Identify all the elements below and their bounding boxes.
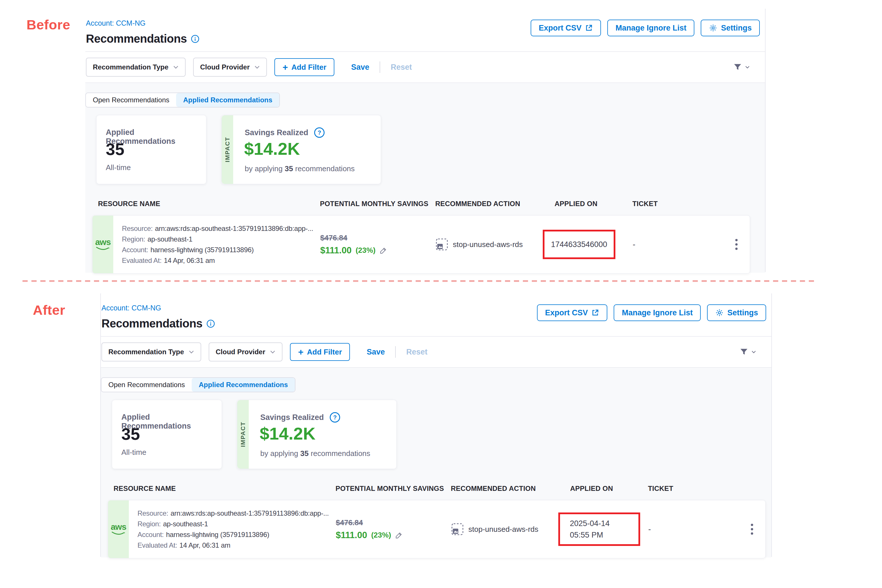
applied-on-highlight-box: 1744633546000 2025-04-14 05:55 PM bbox=[543, 230, 615, 259]
table-header: RESOURCE NAME POTENTIAL MONTHLY SAVINGS … bbox=[92, 200, 749, 208]
page-title: Recommendations bbox=[102, 317, 202, 330]
account-breadcrumb[interactable]: Account: CCM-NG bbox=[86, 19, 146, 27]
question-icon[interactable]: ? bbox=[314, 127, 325, 138]
tab-applied-recommendations[interactable]: Applied Recommendations bbox=[176, 93, 279, 107]
manage-ignore-label: Manage Ignore List bbox=[622, 308, 693, 317]
filter-funnel-button[interactable] bbox=[739, 347, 756, 357]
applied-recommendations-card: Applied Recommendations 35 All-time bbox=[96, 115, 206, 184]
header-resource-name: RESOURCE NAME bbox=[92, 200, 320, 208]
before-label: Before bbox=[27, 17, 70, 33]
header-recommended-action: RECOMMENDED ACTION bbox=[435, 200, 543, 208]
cloud-provider-badge: aws bbox=[93, 216, 113, 273]
ticket-value: - bbox=[633, 240, 635, 249]
impact-strip: IMPACT bbox=[237, 400, 249, 469]
table-header: RESOURCE NAME POTENTIAL MONTHLY SAVINGS … bbox=[108, 484, 765, 493]
savings-amount: $14.2K bbox=[260, 424, 315, 444]
reset-filter-link[interactable]: Reset bbox=[406, 348, 428, 357]
savings-realized-card: IMPACT Savings Realized ? $14.2K by appl… bbox=[237, 400, 397, 469]
info-icon[interactable] bbox=[191, 34, 200, 43]
gear-icon bbox=[715, 308, 724, 317]
manage-ignore-list-button[interactable]: Manage Ignore List bbox=[607, 20, 694, 36]
aws-smile-icon bbox=[95, 246, 110, 251]
reset-filter-link[interactable]: Reset bbox=[390, 63, 412, 72]
after-screenshot: Account: CCM-NG Recommendations Export C… bbox=[100, 293, 772, 557]
before-screenshot: Account: CCM-NG Recommendations Export C… bbox=[86, 9, 765, 272]
applied-on-time: 05:55 PM bbox=[570, 530, 639, 540]
pencil-icon[interactable] bbox=[380, 247, 387, 254]
cloud-provider-badge: aws bbox=[108, 500, 129, 558]
row-kebab-menu-icon[interactable] bbox=[748, 521, 756, 537]
recommendation-action-icon bbox=[451, 523, 464, 536]
chevron-down-icon bbox=[189, 350, 194, 354]
recommended-action-label: stop-unused-aws-rds bbox=[468, 525, 538, 534]
question-icon[interactable]: ? bbox=[329, 412, 341, 423]
settings-label: Settings bbox=[721, 24, 752, 33]
gear-icon bbox=[709, 24, 717, 32]
recommendations-tabs: Open Recommendations Applied Recommendat… bbox=[86, 93, 280, 108]
header-applied-on: APPLIED ON bbox=[543, 200, 632, 208]
add-filter-button[interactable]: + Add Filter bbox=[290, 343, 350, 361]
applied-on-date: 2025-04-14 bbox=[570, 518, 639, 529]
row-kebab-menu-icon[interactable] bbox=[732, 236, 741, 253]
divider bbox=[395, 346, 396, 358]
recommendation-row[interactable]: aws Resource:arn:aws:rds:ap-southeast-1:… bbox=[108, 500, 765, 558]
applied-caption: All-time bbox=[106, 163, 131, 172]
manage-ignore-list-button[interactable]: Manage Ignore List bbox=[614, 304, 701, 321]
recommendation-type-dropdown[interactable]: Recommendation Type bbox=[86, 58, 186, 76]
recommendations-content: Open Recommendations Applied Recommendat… bbox=[101, 368, 771, 558]
aws-logo-icon: aws bbox=[95, 238, 111, 246]
recommendation-type-label: Recommendation Type bbox=[108, 348, 184, 356]
header-resource-name: RESOURCE NAME bbox=[108, 484, 336, 493]
applied-caption: All-time bbox=[122, 448, 146, 457]
export-csv-label: Export CSV bbox=[545, 308, 588, 317]
export-csv-button[interactable]: Export CSV bbox=[537, 304, 608, 321]
save-filter-link[interactable]: Save bbox=[351, 63, 369, 72]
add-filter-label: Add Filter bbox=[291, 63, 326, 72]
pencil-icon[interactable] bbox=[395, 531, 403, 539]
impact-label: IMPACT bbox=[240, 422, 246, 447]
aws-smile-icon bbox=[111, 531, 126, 536]
filter-bar: Recommendation Type Cloud Provider + Add… bbox=[101, 337, 771, 368]
ticket-value: - bbox=[648, 525, 651, 534]
account-breadcrumb[interactable]: Account: CCM-NG bbox=[102, 304, 161, 312]
recommendations-content: Open Recommendations Applied Recommendat… bbox=[86, 83, 765, 273]
cloud-provider-dropdown[interactable]: Cloud Provider bbox=[208, 342, 282, 362]
header-recommended-action: RECOMMENDED ACTION bbox=[451, 484, 558, 493]
filter-funnel-icon bbox=[733, 63, 742, 72]
filter-funnel-button[interactable] bbox=[733, 63, 750, 72]
applied-recommendations-card: Applied Recommendations 35 All-time bbox=[112, 400, 222, 469]
header-ticket: TICKET bbox=[648, 484, 746, 493]
ticket-cell: - bbox=[648, 500, 746, 558]
header-ticket: TICKET bbox=[632, 200, 730, 208]
info-icon[interactable] bbox=[206, 320, 215, 328]
aws-logo-icon: aws bbox=[111, 523, 126, 531]
tab-applied-recommendations[interactable]: Applied Recommendations bbox=[192, 378, 295, 392]
cloud-provider-label: Cloud Provider bbox=[216, 348, 265, 356]
plus-icon: + bbox=[282, 63, 288, 72]
savings-amount: $14.2K bbox=[244, 139, 300, 159]
applied-count: 35 bbox=[122, 424, 140, 444]
header-potential-savings: POTENTIAL MONTHLY SAVINGS bbox=[320, 200, 435, 208]
page-header: Account: CCM-NG Recommendations Export C… bbox=[101, 293, 771, 337]
manage-ignore-label: Manage Ignore List bbox=[615, 24, 686, 33]
filter-funnel-icon bbox=[739, 347, 749, 357]
header-applied-on: APPLIED ON bbox=[558, 484, 648, 493]
save-filter-link[interactable]: Save bbox=[367, 348, 385, 357]
resource-details: Resource:arn:aws:rds:ap-southeast-1:3579… bbox=[138, 500, 329, 558]
export-csv-button[interactable]: Export CSV bbox=[531, 20, 601, 36]
recommendation-type-dropdown[interactable]: Recommendation Type bbox=[102, 342, 201, 362]
settings-button[interactable]: Settings bbox=[701, 20, 760, 36]
add-filter-button[interactable]: + Add Filter bbox=[274, 58, 334, 76]
settings-button[interactable]: Settings bbox=[707, 304, 766, 321]
plus-icon: + bbox=[298, 347, 303, 357]
recommended-action-cell: stop-unused-aws-rds bbox=[451, 500, 558, 558]
savings-value: $111.00 bbox=[336, 530, 367, 540]
tab-open-recommendations[interactable]: Open Recommendations bbox=[102, 378, 192, 392]
recommendation-row[interactable]: aws Resource:arn:aws:rds:ap-southeast-1:… bbox=[92, 215, 750, 273]
before-after-divider bbox=[22, 280, 816, 282]
cloud-provider-dropdown[interactable]: Cloud Provider bbox=[193, 58, 267, 76]
recommendations-tabs: Open Recommendations Applied Recommendat… bbox=[101, 377, 296, 392]
original-cost: $476.84 bbox=[320, 234, 347, 242]
tab-open-recommendations[interactable]: Open Recommendations bbox=[86, 93, 176, 107]
recommended-action-cell: stop-unused-aws-rds bbox=[435, 216, 543, 273]
